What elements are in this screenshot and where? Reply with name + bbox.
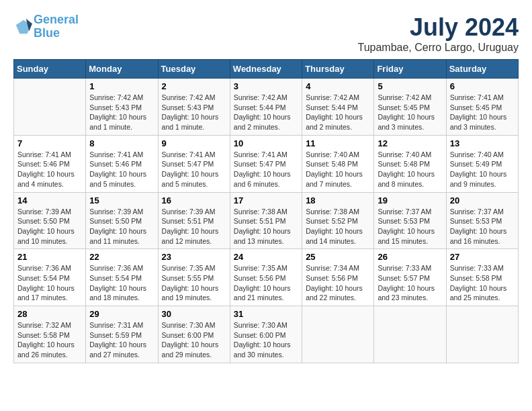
calendar-day-cell: 8Sunrise: 7:41 AM Sunset: 5:46 PM Daylig… bbox=[86, 135, 158, 192]
day-info: Sunrise: 7:39 AM Sunset: 5:50 PM Dayligh… bbox=[89, 207, 154, 246]
day-number: 11 bbox=[306, 138, 370, 148]
day-info: Sunrise: 7:39 AM Sunset: 5:50 PM Dayligh… bbox=[17, 207, 82, 246]
day-info: Sunrise: 7:41 AM Sunset: 5:47 PM Dayligh… bbox=[162, 150, 226, 189]
day-info: Sunrise: 7:36 AM Sunset: 5:54 PM Dayligh… bbox=[89, 263, 154, 303]
day-info: Sunrise: 7:41 AM Sunset: 5:46 PM Dayligh… bbox=[17, 150, 82, 189]
day-number: 20 bbox=[450, 195, 515, 205]
day-number: 17 bbox=[234, 195, 298, 205]
day-info: Sunrise: 7:38 AM Sunset: 5:51 PM Dayligh… bbox=[234, 207, 298, 246]
day-number: 6 bbox=[450, 81, 515, 91]
calendar-day-cell: 5Sunrise: 7:42 AM Sunset: 5:45 PM Daylig… bbox=[374, 79, 446, 136]
calendar-day-cell: 12Sunrise: 7:40 AM Sunset: 5:48 PM Dayli… bbox=[374, 135, 446, 192]
calendar-day-cell: 20Sunrise: 7:37 AM Sunset: 5:53 PM Dayli… bbox=[446, 192, 518, 249]
day-number: 15 bbox=[89, 195, 154, 205]
day-number: 19 bbox=[378, 195, 442, 205]
calendar-day-cell: 22Sunrise: 7:36 AM Sunset: 5:54 PM Dayli… bbox=[86, 249, 158, 306]
day-info: Sunrise: 7:35 AM Sunset: 5:56 PM Dayligh… bbox=[234, 263, 298, 303]
day-number: 25 bbox=[306, 252, 370, 262]
day-number: 7 bbox=[17, 138, 82, 148]
calendar-day-cell: 13Sunrise: 7:40 AM Sunset: 5:49 PM Dayli… bbox=[446, 135, 518, 192]
logo-text: General Blue bbox=[34, 13, 79, 40]
calendar-day-cell: 31Sunrise: 7:30 AM Sunset: 6:00 PM Dayli… bbox=[230, 306, 302, 363]
calendar-day-cell: 7Sunrise: 7:41 AM Sunset: 5:46 PM Daylig… bbox=[14, 135, 86, 192]
day-number: 31 bbox=[234, 309, 298, 319]
day-number: 1 bbox=[89, 81, 154, 91]
day-number: 8 bbox=[89, 138, 154, 148]
calendar-day-cell: 27Sunrise: 7:33 AM Sunset: 5:58 PM Dayli… bbox=[446, 249, 518, 306]
day-number: 13 bbox=[450, 138, 515, 148]
calendar-day-cell: 26Sunrise: 7:33 AM Sunset: 5:57 PM Dayli… bbox=[374, 249, 446, 306]
calendar-table: SundayMondayTuesdayWednesdayThursdayFrid… bbox=[13, 59, 519, 363]
day-info: Sunrise: 7:37 AM Sunset: 5:53 PM Dayligh… bbox=[378, 207, 442, 246]
day-info: Sunrise: 7:41 AM Sunset: 5:46 PM Dayligh… bbox=[89, 150, 154, 189]
logo-icon bbox=[13, 17, 32, 36]
day-number: 3 bbox=[234, 81, 298, 91]
calendar-day-cell bbox=[302, 306, 374, 363]
logo-line1: General bbox=[34, 13, 79, 26]
day-info: Sunrise: 7:40 AM Sunset: 5:49 PM Dayligh… bbox=[450, 150, 515, 189]
calendar-day-header: Monday bbox=[86, 60, 158, 79]
day-number: 28 bbox=[17, 309, 82, 319]
day-number: 27 bbox=[450, 252, 515, 262]
calendar-day-header: Saturday bbox=[446, 60, 518, 79]
calendar-day-cell: 23Sunrise: 7:35 AM Sunset: 5:55 PM Dayli… bbox=[158, 249, 230, 306]
calendar-day-cell bbox=[14, 79, 86, 136]
calendar-body: 1Sunrise: 7:42 AM Sunset: 5:43 PM Daylig… bbox=[14, 79, 519, 363]
calendar-day-header: Tuesday bbox=[158, 60, 230, 79]
day-info: Sunrise: 7:32 AM Sunset: 5:58 PM Dayligh… bbox=[17, 320, 82, 360]
calendar-day-header: Thursday bbox=[302, 60, 374, 79]
calendar-header-row: SundayMondayTuesdayWednesdayThursdayFrid… bbox=[14, 60, 519, 79]
calendar-day-cell: 18Sunrise: 7:38 AM Sunset: 5:52 PM Dayli… bbox=[302, 192, 374, 249]
calendar-day-cell: 4Sunrise: 7:42 AM Sunset: 5:44 PM Daylig… bbox=[302, 79, 374, 136]
calendar-day-cell: 3Sunrise: 7:42 AM Sunset: 5:44 PM Daylig… bbox=[230, 79, 302, 136]
calendar-day-cell bbox=[446, 306, 518, 363]
day-info: Sunrise: 7:42 AM Sunset: 5:44 PM Dayligh… bbox=[306, 93, 370, 132]
day-number: 16 bbox=[162, 195, 226, 205]
day-info: Sunrise: 7:42 AM Sunset: 5:44 PM Dayligh… bbox=[234, 93, 298, 132]
day-number: 10 bbox=[234, 138, 298, 148]
calendar-day-cell: 19Sunrise: 7:37 AM Sunset: 5:53 PM Dayli… bbox=[374, 192, 446, 249]
day-number: 9 bbox=[162, 138, 226, 148]
day-number: 4 bbox=[306, 81, 370, 91]
day-info: Sunrise: 7:33 AM Sunset: 5:58 PM Dayligh… bbox=[450, 263, 515, 303]
calendar-day-cell: 6Sunrise: 7:41 AM Sunset: 5:45 PM Daylig… bbox=[446, 79, 518, 136]
day-number: 23 bbox=[162, 252, 226, 262]
calendar-day-header: Friday bbox=[374, 60, 446, 79]
calendar-week-row: 21Sunrise: 7:36 AM Sunset: 5:54 PM Dayli… bbox=[14, 249, 519, 306]
calendar-day-cell: 10Sunrise: 7:41 AM Sunset: 5:47 PM Dayli… bbox=[230, 135, 302, 192]
day-number: 14 bbox=[17, 195, 82, 205]
title-block: July 2024 Tupambae, Cerro Largo, Uruguay bbox=[357, 13, 519, 54]
subtitle: Tupambae, Cerro Largo, Uruguay bbox=[357, 42, 519, 54]
logo-line2: Blue bbox=[34, 26, 60, 40]
day-number: 2 bbox=[162, 81, 226, 91]
day-info: Sunrise: 7:42 AM Sunset: 5:43 PM Dayligh… bbox=[162, 93, 226, 132]
calendar-week-row: 28Sunrise: 7:32 AM Sunset: 5:58 PM Dayli… bbox=[14, 306, 519, 363]
page-header: General Blue July 2024 Tupambae, Cerro L… bbox=[13, 13, 519, 54]
calendar-day-cell: 1Sunrise: 7:42 AM Sunset: 5:43 PM Daylig… bbox=[86, 79, 158, 136]
calendar-day-header: Wednesday bbox=[230, 60, 302, 79]
day-info: Sunrise: 7:38 AM Sunset: 5:52 PM Dayligh… bbox=[306, 207, 370, 246]
calendar-day-cell: 14Sunrise: 7:39 AM Sunset: 5:50 PM Dayli… bbox=[14, 192, 86, 249]
day-number: 26 bbox=[378, 252, 442, 262]
day-info: Sunrise: 7:42 AM Sunset: 5:45 PM Dayligh… bbox=[378, 93, 442, 132]
calendar-day-cell: 29Sunrise: 7:31 AM Sunset: 5:59 PM Dayli… bbox=[86, 306, 158, 363]
calendar-day-cell: 15Sunrise: 7:39 AM Sunset: 5:50 PM Dayli… bbox=[86, 192, 158, 249]
calendar-day-cell: 17Sunrise: 7:38 AM Sunset: 5:51 PM Dayli… bbox=[230, 192, 302, 249]
day-info: Sunrise: 7:31 AM Sunset: 5:59 PM Dayligh… bbox=[89, 320, 154, 360]
day-number: 12 bbox=[378, 138, 442, 148]
day-info: Sunrise: 7:30 AM Sunset: 6:00 PM Dayligh… bbox=[162, 320, 226, 360]
day-number: 22 bbox=[89, 252, 154, 262]
calendar-day-cell bbox=[374, 306, 446, 363]
day-info: Sunrise: 7:36 AM Sunset: 5:54 PM Dayligh… bbox=[17, 263, 82, 303]
calendar-day-cell: 11Sunrise: 7:40 AM Sunset: 5:48 PM Dayli… bbox=[302, 135, 374, 192]
day-info: Sunrise: 7:39 AM Sunset: 5:51 PM Dayligh… bbox=[162, 207, 226, 246]
day-info: Sunrise: 7:41 AM Sunset: 5:47 PM Dayligh… bbox=[234, 150, 298, 189]
day-info: Sunrise: 7:40 AM Sunset: 5:48 PM Dayligh… bbox=[378, 150, 442, 189]
day-number: 5 bbox=[378, 81, 442, 91]
logo: General Blue bbox=[13, 13, 79, 40]
day-number: 24 bbox=[234, 252, 298, 262]
calendar-day-cell: 25Sunrise: 7:34 AM Sunset: 5:56 PM Dayli… bbox=[302, 249, 374, 306]
calendar-week-row: 1Sunrise: 7:42 AM Sunset: 5:43 PM Daylig… bbox=[14, 79, 519, 136]
calendar-day-cell: 21Sunrise: 7:36 AM Sunset: 5:54 PM Dayli… bbox=[14, 249, 86, 306]
day-info: Sunrise: 7:42 AM Sunset: 5:43 PM Dayligh… bbox=[89, 93, 154, 132]
